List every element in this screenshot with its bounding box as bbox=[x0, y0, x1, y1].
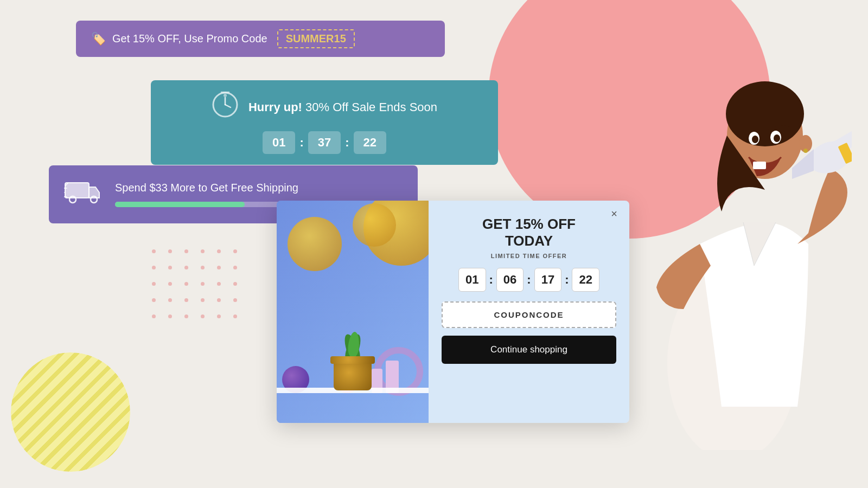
clock-icon bbox=[212, 91, 239, 124]
svg-point-8 bbox=[774, 134, 780, 142]
tag-icon: 🏷️ bbox=[91, 32, 106, 46]
svg-rect-9 bbox=[753, 162, 766, 169]
plant-decoration bbox=[334, 314, 372, 390]
shipping-text: Spend $33 More to Get Free Shipping bbox=[115, 182, 403, 194]
promo-text: Get 15% OFF, Use Promo Code bbox=[112, 33, 267, 45]
svg-point-11 bbox=[803, 149, 808, 153]
modal-title: GET 15% OFF TODAY bbox=[482, 216, 576, 249]
discount-modal: × GET 15% OFF TODAY LIMITED TIME OFFER 0… bbox=[277, 201, 629, 423]
woman-image-area bbox=[597, 0, 868, 488]
timer-sep-1: : bbox=[299, 136, 303, 150]
promo-banner: 🏷️ Get 15% OFF, Use Promo Code SUMMER15 bbox=[76, 21, 445, 57]
modal-content-panel: × GET 15% OFF TODAY LIMITED TIME OFFER 0… bbox=[429, 201, 629, 423]
gold-circle-small bbox=[353, 203, 396, 247]
continue-shopping-button[interactable]: Continue shopping bbox=[442, 336, 616, 364]
progress-bar-fill bbox=[115, 202, 245, 207]
modal-timer-sep-3: : bbox=[565, 273, 569, 287]
modal-timer-sep-2: : bbox=[527, 273, 531, 287]
modal-close-button[interactable]: × bbox=[607, 206, 622, 221]
countdown-text: Hurry up! 30% Off Sale Ends Soon bbox=[248, 100, 437, 114]
timer-hours: 01 bbox=[263, 131, 295, 154]
modal-timer-milliseconds: 22 bbox=[572, 268, 599, 292]
modal-timer-minutes: 06 bbox=[496, 268, 524, 292]
svg-rect-17 bbox=[65, 183, 89, 198]
coupon-code-display[interactable]: COUPONCODE bbox=[442, 301, 616, 328]
dot-grid-decoration bbox=[152, 249, 243, 324]
modal-subtitle: LIMITED TIME OFFER bbox=[491, 253, 567, 259]
timer-minutes: 37 bbox=[308, 131, 341, 154]
modal-timer-hours: 01 bbox=[458, 268, 486, 292]
modal-image-panel bbox=[277, 201, 429, 423]
promo-code: SUMMER15 bbox=[277, 29, 355, 48]
modal-timer-sep-1: : bbox=[489, 273, 493, 287]
gold-circle-medium bbox=[288, 217, 342, 271]
svg-point-7 bbox=[752, 136, 758, 143]
svg-line-15 bbox=[225, 105, 231, 107]
timer-sep-2: : bbox=[345, 136, 349, 150]
countdown-banner: Hurry up! 30% Off Sale Ends Soon 01 : 37… bbox=[151, 80, 498, 165]
svg-point-2 bbox=[726, 81, 804, 146]
yellow-stripe-decoration bbox=[11, 352, 130, 472]
truck-icon bbox=[64, 176, 102, 213]
modal-countdown-timer: 01 : 06 : 17 : 22 bbox=[458, 268, 599, 292]
timer-seconds: 22 bbox=[354, 131, 386, 154]
modal-timer-seconds: 17 bbox=[534, 268, 561, 292]
svg-point-13 bbox=[224, 94, 227, 97]
countdown-timer: 01 : 37 : 22 bbox=[263, 131, 386, 154]
